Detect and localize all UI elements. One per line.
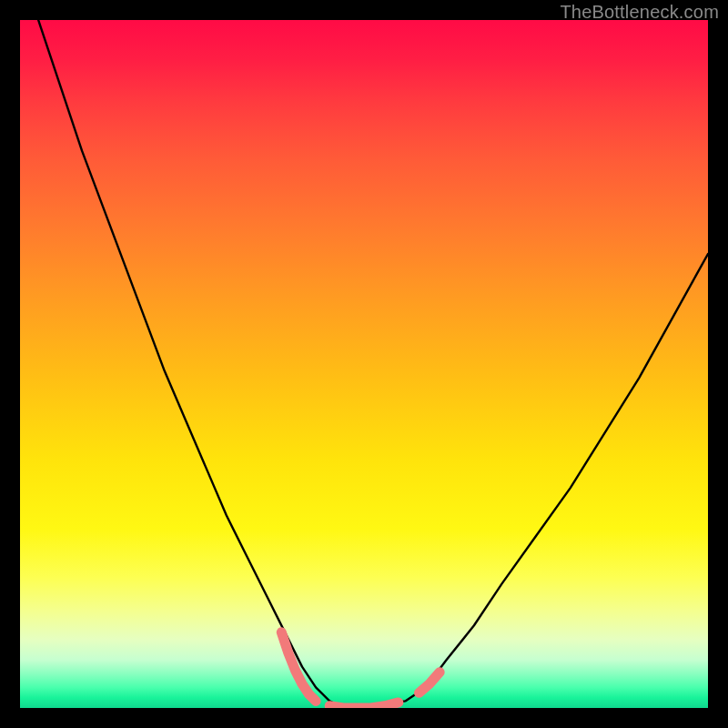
chart-frame: TheBottleneck.com xyxy=(0,0,728,728)
plot-area xyxy=(20,20,708,708)
watermark-text: TheBottleneck.com xyxy=(560,2,719,23)
bottleneck-curve xyxy=(20,20,708,708)
curve-layer xyxy=(20,20,708,708)
accent-segment-floor xyxy=(329,703,399,708)
accent-segment-left xyxy=(281,632,316,702)
accent-segment-right xyxy=(419,672,440,693)
